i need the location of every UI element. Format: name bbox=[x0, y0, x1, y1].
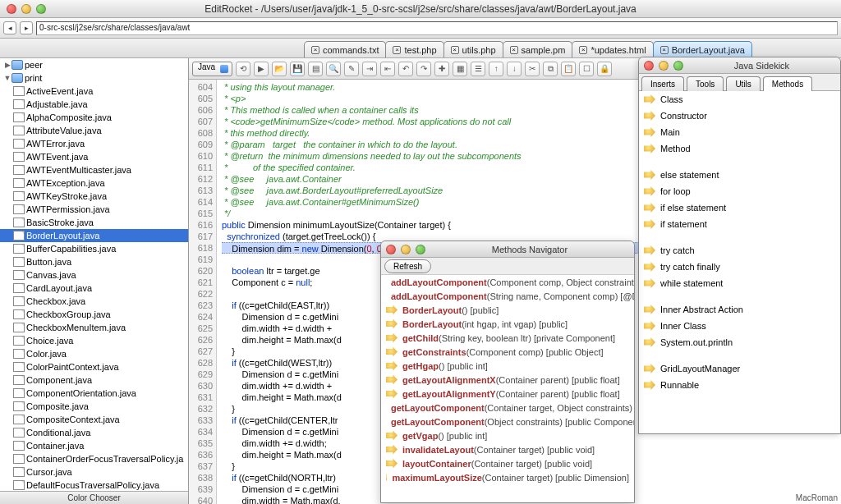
sidekick-close-icon[interactable] bbox=[644, 61, 654, 71]
tree-file[interactable]: Color.java bbox=[0, 347, 188, 360]
methods-min-icon[interactable] bbox=[401, 245, 411, 254]
sidekick-min-icon[interactable] bbox=[659, 61, 669, 71]
tree-file[interactable]: Composite.java bbox=[0, 400, 188, 413]
method-item[interactable]: invalidateLayout(Container target) [publ… bbox=[381, 442, 634, 456]
tool-copy-icon[interactable]: ⧉ bbox=[543, 62, 558, 76]
tool-list-icon[interactable]: ☰ bbox=[471, 62, 485, 76]
tool-redo-icon[interactable]: ↷ bbox=[416, 62, 431, 76]
tab-close-icon[interactable]: × bbox=[579, 46, 587, 54]
tree-file[interactable]: Adjustable.java bbox=[0, 98, 188, 111]
method-item[interactable]: layoutContainer(Container target) [publi… bbox=[381, 456, 634, 470]
tree-file[interactable]: AWTError.java bbox=[0, 137, 188, 150]
method-item[interactable]: getLayoutAlignmentY(Container parent) [p… bbox=[381, 387, 634, 401]
tree-file[interactable]: CardLayout.java bbox=[0, 282, 188, 295]
tree-file[interactable]: AWTException.java bbox=[0, 176, 188, 190]
sidekick-tab[interactable]: Methods bbox=[763, 76, 812, 91]
tree-file[interactable]: ComponentOrientation.java bbox=[0, 387, 188, 400]
doc-tab[interactable]: ×commands.txt bbox=[304, 41, 386, 57]
sidekick-tab[interactable]: Inserts bbox=[641, 76, 684, 91]
path-fwd-button[interactable]: ▸ bbox=[20, 21, 33, 34]
tree-file[interactable]: AWTKeyStroke.java bbox=[0, 190, 188, 203]
doc-tab[interactable]: ×sample.pm bbox=[503, 41, 573, 57]
tool-open-icon[interactable]: 📂 bbox=[272, 62, 287, 76]
refresh-button[interactable]: Refresh bbox=[384, 259, 431, 273]
sidekick-item[interactable]: Main bbox=[639, 124, 840, 140]
tool-cut-icon[interactable]: ✂ bbox=[525, 62, 540, 76]
tree-file[interactable]: AlphaComposite.java bbox=[0, 111, 188, 124]
method-item[interactable]: BorderLayout(int hgap, int vgap) [public… bbox=[381, 317, 634, 331]
tree-file[interactable]: Container.java bbox=[0, 439, 188, 452]
tree-file[interactable]: BasicStroke.java bbox=[0, 216, 188, 229]
sidekick-tab[interactable]: Tools bbox=[687, 76, 724, 91]
tree-file[interactable]: Choice.java bbox=[0, 334, 188, 347]
doc-tab[interactable]: ×test.php bbox=[385, 41, 443, 57]
tree-file[interactable]: DefaultFocusTraversalPolicy.java bbox=[0, 479, 188, 491]
methods-list[interactable]: addLayoutComponent(Component comp, Objec… bbox=[381, 275, 634, 502]
tab-close-icon[interactable]: × bbox=[451, 46, 459, 54]
path-back-button[interactable]: ◂ bbox=[3, 21, 16, 34]
tree-file[interactable]: ContainerOrderFocusTraversalPolicy.ja bbox=[0, 452, 188, 465]
sidekick-item[interactable]: if statement bbox=[639, 216, 840, 232]
tool-indent-icon[interactable]: ⇥ bbox=[362, 62, 377, 76]
tree-file[interactable]: Button.java bbox=[0, 255, 188, 268]
sidekick-item[interactable]: for loop bbox=[639, 183, 840, 199]
sidekick-item[interactable]: Inner Abstract Action bbox=[639, 301, 840, 318]
sidekick-zoom-icon[interactable] bbox=[673, 61, 683, 71]
method-item[interactable]: getLayoutComponent(Container target, Obj… bbox=[381, 401, 634, 415]
method-item[interactable]: getLayoutComponent(Object constraints) [… bbox=[381, 415, 634, 428]
tool-search-icon[interactable]: 🔍 bbox=[326, 62, 341, 76]
sidekick-item[interactable]: Inner Class bbox=[639, 318, 840, 334]
tool-run-icon[interactable]: ▶ bbox=[254, 62, 269, 76]
tree-file[interactable]: Checkbox.java bbox=[0, 295, 188, 308]
tree-folder[interactable]: ▼print bbox=[0, 71, 188, 85]
methods-close-icon[interactable] bbox=[386, 245, 396, 254]
tree-file[interactable]: Conditional.java bbox=[0, 426, 188, 439]
path-input[interactable]: 0-src-scsl/j2se/src/share/classes/java/a… bbox=[36, 21, 838, 35]
tree-folder[interactable]: ▶peer bbox=[0, 58, 188, 71]
sidekick-item[interactable]: try catch bbox=[639, 242, 840, 259]
tree-file[interactable]: CompositeContext.java bbox=[0, 413, 188, 426]
tab-close-icon[interactable]: × bbox=[393, 46, 401, 54]
tree-file[interactable]: Cursor.java bbox=[0, 465, 188, 479]
tool-chart-icon[interactable]: ▤ bbox=[308, 62, 323, 76]
method-item[interactable]: BorderLayout() [public] bbox=[381, 303, 634, 317]
sidekick-item[interactable]: Class bbox=[639, 91, 840, 108]
tool-new-icon[interactable]: ✚ bbox=[434, 62, 449, 76]
sidekick-item[interactable]: Method bbox=[639, 140, 840, 157]
sidekick-item[interactable]: GridLayoutManager bbox=[639, 360, 840, 377]
tab-close-icon[interactable]: × bbox=[510, 46, 518, 54]
tree-file[interactable]: CheckboxGroup.java bbox=[0, 308, 188, 321]
file-tree[interactable]: ▶peer▼printActiveEvent.javaAdjustable.ja… bbox=[0, 58, 188, 491]
methods-zoom-icon[interactable] bbox=[416, 245, 425, 254]
tool-wand-icon[interactable]: ✎ bbox=[344, 62, 359, 76]
tree-file[interactable]: BorderLayout.java bbox=[0, 229, 188, 242]
sidekick-item[interactable]: Runnable bbox=[639, 377, 840, 393]
tool-paste-icon[interactable]: 📋 bbox=[561, 62, 576, 76]
sidekick-item[interactable]: try catch finally bbox=[639, 259, 840, 275]
method-item[interactable]: getConstraints(Component comp) [public O… bbox=[381, 345, 634, 359]
tab-close-icon[interactable]: × bbox=[311, 46, 319, 54]
tool-up-icon[interactable]: ↑ bbox=[489, 62, 503, 76]
tree-file[interactable]: BufferCapabilities.java bbox=[0, 242, 188, 255]
tree-file[interactable]: ColorPaintContext.java bbox=[0, 360, 188, 373]
method-item[interactable]: maximumLayoutSize(Container target) [pub… bbox=[381, 470, 634, 484]
tool-save-icon[interactable]: 💾 bbox=[290, 62, 305, 76]
tool-down-icon[interactable]: ↓ bbox=[507, 62, 522, 76]
color-chooser-panel[interactable]: Color Chooser bbox=[0, 491, 188, 504]
method-item[interactable]: getLayoutAlignmentX(Container parent) [p… bbox=[381, 373, 634, 387]
tree-file[interactable]: Canvas.java bbox=[0, 268, 188, 282]
tool-outdent-icon[interactable]: ⇤ bbox=[380, 62, 395, 76]
method-item[interactable]: addLayoutComponent(Component comp, Objec… bbox=[381, 275, 634, 289]
tree-file[interactable]: Component.java bbox=[0, 373, 188, 387]
sidekick-item[interactable]: if else statement bbox=[639, 199, 840, 216]
sidekick-item[interactable]: while statement bbox=[639, 275, 840, 291]
tree-file[interactable]: CheckboxMenuItem.java bbox=[0, 321, 188, 334]
method-item[interactable]: addLayoutComponent(String name, Componen… bbox=[381, 289, 634, 303]
sidekick-item[interactable]: System.out.println bbox=[639, 334, 840, 351]
doc-tab[interactable]: ×*updates.html bbox=[572, 41, 653, 57]
tool-print-icon[interactable]: ☐ bbox=[579, 62, 594, 76]
tree-file[interactable]: AWTEventMulticaster.java bbox=[0, 163, 188, 176]
language-select[interactable]: Java bbox=[192, 62, 232, 76]
doc-tab[interactable]: ×BorderLayout.java bbox=[653, 41, 752, 57]
tree-file[interactable]: AWTEvent.java bbox=[0, 150, 188, 163]
